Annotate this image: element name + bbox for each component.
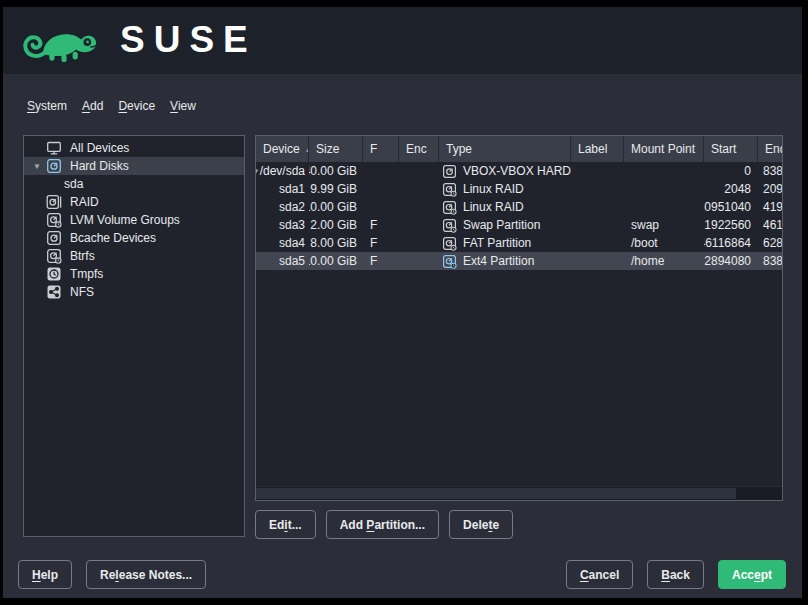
device-cell: sda2 — [256, 198, 309, 216]
button-label: Cancel — [580, 568, 619, 582]
cancel-button[interactable]: Cancel — [566, 560, 633, 589]
partition-icon — [442, 182, 457, 197]
accept-button[interactable]: Accept — [718, 560, 786, 589]
button-label: Add Partition... — [340, 518, 425, 532]
sidebar-item-hard-disks[interactable]: ▼Hard Disks — [24, 157, 244, 175]
delete-button[interactable]: Delete — [449, 510, 513, 539]
mount-point-cell — [624, 162, 704, 180]
cell-text: /dev/sda — [260, 164, 305, 178]
encrypted-cell — [399, 234, 439, 252]
label-cell — [571, 234, 624, 252]
end-cell: 8388 — [758, 162, 782, 180]
button-label: Delete — [463, 518, 499, 532]
column-header-type[interactable]: Type — [439, 136, 571, 162]
hard-disk-icon — [442, 164, 457, 179]
sidebar-item-all-devices[interactable]: All Devices — [24, 139, 244, 157]
partition-icon — [442, 254, 457, 269]
cell-text: 10.00 GiB — [309, 254, 357, 268]
help-button[interactable]: Help — [18, 560, 72, 589]
edit-button[interactable]: Edit... — [255, 510, 316, 539]
table-row-sda5[interactable]: sda510.00 GiBFExt4 Partition/home6289408… — [256, 252, 782, 270]
end-cell: 2095 — [758, 180, 782, 198]
sidebar-item-label: RAID — [70, 195, 99, 209]
button-label: Release Notes... — [100, 568, 192, 582]
sidebar-item-lvm-volume-groups[interactable]: LVM Volume Groups — [24, 211, 244, 229]
release-notes-button[interactable]: Release Notes... — [86, 560, 206, 589]
column-header-device[interactable]: Device▲ — [256, 136, 309, 162]
table-row-sda4[interactable]: sda48.00 GiBFFAT Partition/boot461168646… — [256, 234, 782, 252]
device-cell: sda5 — [256, 252, 309, 270]
start-cell: 2048 — [704, 180, 758, 198]
cell-text: /boot — [631, 236, 658, 250]
start-cell: 41922560 — [704, 216, 758, 234]
cell-text: 8.00 GiB — [310, 236, 357, 250]
table-row-dev-sda[interactable]: ▼/dev/sda40.00 GiBVBOX-VBOX HARDDISK0838… — [256, 162, 782, 180]
sidebar-item-raid[interactable]: RAID — [24, 193, 244, 211]
column-header-label: Enc — [406, 142, 427, 156]
format-flag-cell — [363, 180, 399, 198]
table-row-sda1[interactable]: sda19.99 GiBLinux RAID20482095 — [256, 180, 782, 198]
mount-point-cell — [624, 198, 704, 216]
size-cell: 10.00 GiB — [309, 198, 363, 216]
cell-text: 2048 — [724, 182, 751, 196]
menu-system[interactable]: System — [27, 99, 67, 113]
menubar: SystemAddDeviceView — [27, 99, 196, 113]
cell-text: 0 — [744, 164, 751, 178]
lvm-icon — [46, 212, 62, 228]
cell-text: 41922560 — [704, 218, 751, 232]
menu-view[interactable]: View — [170, 99, 196, 113]
app-window: SUSE SystemAddDeviceView All Devices▼Har… — [3, 7, 802, 598]
sidebar-item-btrfs[interactable]: Btrfs — [24, 247, 244, 265]
cell-text: sda4 — [279, 236, 305, 250]
end-cell: 6289 — [758, 234, 782, 252]
partition-actions: Edit...Add Partition...Delete — [255, 510, 513, 539]
column-header-end[interactable]: End — [758, 136, 783, 162]
cell-text: /home — [631, 254, 664, 268]
sidebar-item-nfs[interactable]: NFS — [24, 283, 244, 301]
label-cell — [571, 216, 624, 234]
btrfs-icon — [46, 248, 62, 264]
sidebar-item-tmpfs[interactable]: Tmpfs — [24, 265, 244, 283]
scrollbar-thumb[interactable] — [256, 488, 736, 499]
sidebar-item-label: Hard Disks — [70, 159, 129, 173]
back-button[interactable]: Back — [647, 560, 704, 589]
cell-text: 40.00 GiB — [309, 164, 357, 178]
cell-text: 4192 — [763, 200, 782, 214]
cell-text: 10.00 GiB — [309, 200, 357, 214]
column-header-f[interactable]: F — [363, 136, 399, 162]
cell-text: 4611 — [763, 218, 782, 232]
menu-add[interactable]: Add — [82, 99, 103, 113]
suse-logo-text: SUSE — [120, 15, 257, 65]
sidebar-item-bcache-devices[interactable]: Bcache Devices — [24, 229, 244, 247]
table-row-sda2[interactable]: sda210.00 GiBLinux RAID209510404192 — [256, 198, 782, 216]
encrypted-cell — [399, 252, 439, 270]
cell-text: F — [370, 236, 377, 250]
column-header-mount-point[interactable]: Mount Point — [624, 136, 704, 162]
horizontal-scrollbar[interactable] — [256, 486, 782, 500]
label-cell — [571, 198, 624, 216]
menu-device[interactable]: Device — [118, 99, 155, 113]
sidebar-item-sda[interactable]: sda — [24, 175, 244, 193]
cell-text: swap — [631, 218, 659, 232]
column-header-enc[interactable]: Enc — [399, 136, 439, 162]
cell-text: 62894080 — [704, 254, 751, 268]
column-header-start[interactable]: Start — [704, 136, 758, 162]
cell-text: sda2 — [279, 200, 305, 214]
format-flag-cell — [363, 162, 399, 180]
device-cell: ▼/dev/sda — [256, 162, 309, 180]
column-header-label[interactable]: Label — [571, 136, 624, 162]
size-cell: 8.00 GiB — [309, 234, 363, 252]
footer-left-buttons: HelpRelease Notes... — [18, 560, 206, 589]
cell-text: Linux RAID — [463, 200, 524, 214]
mount-point-cell: /boot — [624, 234, 704, 252]
column-header-size[interactable]: Size — [309, 136, 363, 162]
add-partition-button[interactable]: Add Partition... — [326, 510, 439, 539]
sidebar-item-label: sda — [64, 177, 83, 191]
cell-text: 9.99 GiB — [310, 182, 357, 196]
cell-text: 2095 — [763, 182, 782, 196]
encrypted-cell — [399, 198, 439, 216]
table-row-sda3[interactable]: sda32.00 GiBFSwap Partitionswap419225604… — [256, 216, 782, 234]
button-label: Edit... — [269, 518, 302, 532]
cell-text: Ext4 Partition — [463, 254, 534, 268]
table-body: ▼/dev/sda40.00 GiBVBOX-VBOX HARDDISK0838… — [256, 162, 782, 486]
